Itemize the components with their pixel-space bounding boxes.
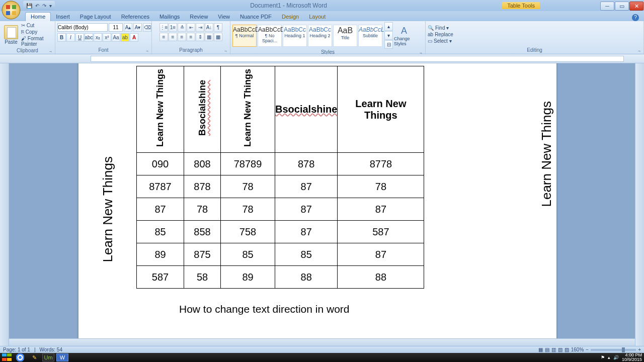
maximize-button[interactable]: ▭	[615, 2, 629, 11]
underline-button[interactable]: U	[75, 33, 84, 42]
shrink-font-icon[interactable]: A▾	[133, 23, 142, 32]
table-cell[interactable]: 87	[275, 198, 338, 221]
tray-flag-icon[interactable]: ⚑	[601, 355, 605, 360]
header-cell[interactable]: Learn New Things	[355, 98, 406, 121]
table-cell[interactable]: 78789	[221, 153, 275, 175]
table-cell[interactable]: 758	[221, 221, 275, 243]
table-cell[interactable]: 87	[275, 221, 338, 243]
shading-button[interactable]: ▦	[205, 33, 213, 41]
numbering-button[interactable]: 1≡	[169, 23, 177, 32]
table-cell[interactable]: 8787	[137, 175, 184, 198]
indent-less-button[interactable]: ⇤	[187, 23, 195, 32]
caption-text[interactable]: How to change text direction in word	[179, 303, 350, 315]
table-cell[interactable]: 85	[275, 243, 338, 266]
tab-view[interactable]: View	[213, 13, 235, 21]
close-button[interactable]: ✕	[629, 2, 643, 11]
cut-button[interactable]: ✂ Cut	[21, 22, 53, 29]
table-cell[interactable]: 89	[221, 266, 275, 289]
tab-nuance[interactable]: Nuance PDF	[235, 13, 277, 21]
table-cell[interactable]: 78	[184, 198, 221, 221]
table-cell[interactable]: 87	[137, 198, 184, 221]
subscript-button[interactable]: x₂	[94, 33, 102, 42]
tab-layout[interactable]: Layout	[304, 13, 331, 21]
borders-button[interactable]: ▦	[214, 33, 222, 41]
find-button[interactable]: 🔍 Find ▾	[428, 25, 453, 31]
font-color-button[interactable]: A	[130, 33, 138, 42]
zoom-level[interactable]: 160%	[571, 347, 584, 352]
clear-format-icon[interactable]: ⌫	[143, 23, 151, 32]
qat-more-icon[interactable]: ▾	[49, 3, 52, 9]
table-cell[interactable]: 78	[221, 175, 275, 198]
table-cell[interactable]: 78	[221, 198, 275, 221]
sort-button[interactable]: A↓	[205, 23, 213, 32]
paste-button[interactable]: Paste	[5, 39, 18, 45]
status-words[interactable]: Words: 54	[40, 347, 62, 352]
document-table[interactable]: Learn New Things Bsocialshine Learn New …	[136, 66, 424, 289]
header-cell[interactable]: Learn New Things	[243, 69, 253, 147]
tray-up-icon[interactable]: ▴	[608, 355, 610, 360]
font-size-input[interactable]	[109, 23, 123, 32]
table-cell[interactable]: 89	[137, 243, 184, 266]
superscript-button[interactable]: x²	[103, 33, 111, 42]
tab-home[interactable]: Home	[25, 12, 51, 21]
taskbar-word-icon[interactable]: W	[56, 353, 68, 361]
horizontal-ruler[interactable]	[91, 56, 624, 62]
zoom-out-button[interactable]: −	[586, 347, 589, 352]
font-name-input[interactable]	[57, 23, 108, 32]
bullets-button[interactable]: ⋮≡	[159, 23, 168, 32]
line-spacing-button[interactable]: ⇕	[196, 33, 204, 41]
styles-up-icon[interactable]: ▴	[384, 22, 393, 31]
table-cell[interactable]: 58	[184, 266, 221, 289]
format-painter-button[interactable]: 🖌 Format Painter	[21, 35, 53, 47]
style-normal[interactable]: AaBbCcDd¶ Normal	[232, 25, 257, 47]
strike-button[interactable]: abc	[85, 33, 93, 42]
table-cell[interactable]: 875	[184, 243, 221, 266]
table-cell[interactable]: 88	[338, 266, 424, 289]
table-cell[interactable]: 587	[137, 266, 184, 289]
table-cell[interactable]: 87	[338, 198, 424, 221]
tab-references[interactable]: References	[116, 13, 154, 21]
tab-design[interactable]: Design	[277, 13, 304, 21]
change-styles-button[interactable]: A Change Styles	[394, 25, 414, 46]
rotated-text-right[interactable]: Learn New Things	[539, 101, 554, 207]
table-cell[interactable]: 87	[338, 243, 424, 266]
paste-icon[interactable]	[4, 25, 18, 39]
vertical-scrollbar[interactable]	[635, 63, 644, 346]
save-icon[interactable]: 💾	[26, 3, 32, 9]
highlight-button[interactable]: ab	[121, 33, 129, 42]
table-cell[interactable]: 878	[275, 153, 338, 175]
style-title[interactable]: AaBTitle	[333, 25, 357, 47]
style-subtitle[interactable]: AaBbCcLSubtitle	[358, 25, 382, 47]
view-draft-icon[interactable]: ▨	[565, 347, 569, 352]
italic-button[interactable]: I	[66, 33, 75, 42]
header-cell[interactable]: Bsocialshine	[197, 80, 208, 136]
table-cell[interactable]: 8778	[338, 153, 424, 175]
justify-button[interactable]: ≡	[187, 33, 195, 41]
vertical-ruler[interactable]	[0, 63, 9, 346]
change-case-button[interactable]: Aa	[112, 33, 120, 42]
table-cell[interactable]: 090	[137, 153, 184, 175]
bold-button[interactable]: B	[57, 33, 66, 42]
table-cell[interactable]: 858	[184, 221, 221, 243]
taskbar-app-icon[interactable]: ✎	[28, 353, 40, 361]
office-button[interactable]	[1, 0, 21, 20]
tab-mailings[interactable]: Mailings	[154, 13, 185, 21]
horizontal-scrollbar[interactable]	[9, 338, 635, 346]
rotated-text-left[interactable]: Learn New Things	[100, 156, 116, 262]
select-button[interactable]: ▭ Select ▾	[428, 38, 453, 44]
tray-volume-icon[interactable]: 🔊	[613, 355, 619, 360]
show-marks-button[interactable]: ¶	[214, 23, 222, 32]
view-outline-icon[interactable]: ▧	[558, 347, 562, 352]
table-cell[interactable]: 87	[275, 175, 338, 198]
zoom-slider[interactable]	[591, 349, 636, 351]
tab-insert[interactable]: Insert	[51, 13, 75, 21]
undo-icon[interactable]: ↶	[35, 3, 39, 9]
view-full-icon[interactable]: ▤	[545, 347, 549, 352]
minimize-button[interactable]: ─	[600, 2, 614, 11]
style-no-spacing[interactable]: AaBbCcDd¶ No Spaci...	[258, 25, 282, 47]
zoom-in-button[interactable]: +	[638, 347, 641, 352]
view-print-icon[interactable]: ▦	[538, 347, 543, 352]
table-cell[interactable]: 78	[338, 175, 424, 198]
table-cell[interactable]: 88	[275, 266, 338, 289]
tab-page-layout[interactable]: Page Layout	[75, 13, 116, 21]
